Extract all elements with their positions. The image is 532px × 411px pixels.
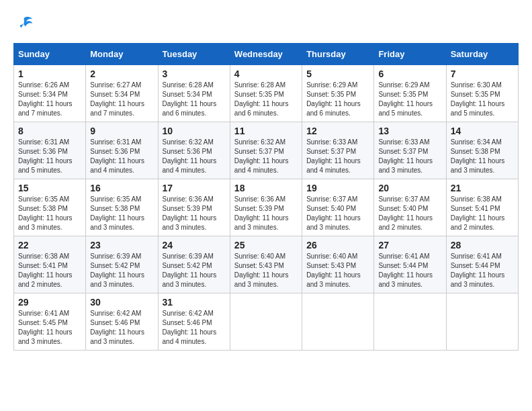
sunrise-label: Sunrise: 6:37 AM [306,195,357,203]
sunset-label: Sunset: 5:35 PM [306,91,356,98]
day-number: 12 [306,126,369,136]
sunset-label: Sunset: 5:41 PM [18,262,68,269]
sunrise-label: Sunrise: 6:41 AM [18,310,69,317]
day-number: 27 [378,240,441,250]
daylight-label: Daylight: 11 hours and 6 minutes. [163,100,217,117]
sunrise-label: Sunrise: 6:28 AM [163,81,214,89]
calendar-cell: 11 Sunrise: 6:32 AM Sunset: 5:37 PM Dayl… [230,122,302,179]
sunset-label: Sunset: 5:36 PM [163,148,212,155]
calendar-cell: 26 Sunrise: 6:40 AM Sunset: 5:43 PM Dayl… [302,236,374,293]
sunrise-label: Sunrise: 6:41 AM [451,253,502,260]
daylight-label: Daylight: 11 hours and 2 minutes. [451,214,505,231]
day-number: 31 [163,297,226,308]
sunset-label: Sunset: 5:40 PM [378,205,428,212]
calendar-cell: 27 Sunrise: 6:41 AM Sunset: 5:44 PM Dayl… [374,236,446,293]
sunrise-label: Sunrise: 6:36 AM [163,195,214,203]
day-info: Sunrise: 6:41 AM Sunset: 5:44 PM Dayligh… [378,252,441,289]
day-info: Sunrise: 6:39 AM Sunset: 5:42 PM Dayligh… [90,252,153,289]
sunset-label: Sunset: 5:39 PM [234,205,284,212]
daylight-label: Daylight: 11 hours and 4 minutes. [90,157,144,174]
day-number: 8 [18,126,81,136]
header [13,13,519,32]
sunrise-label: Sunrise: 6:37 AM [378,195,429,203]
daylight-label: Daylight: 11 hours and 7 minutes. [90,100,144,117]
daylight-label: Daylight: 11 hours and 5 minutes. [451,100,505,117]
col-tuesday: Tuesday [158,44,230,65]
day-number: 4 [234,68,298,79]
day-number: 28 [451,240,514,250]
calendar-cell: 12 Sunrise: 6:33 AM Sunset: 5:37 PM Dayl… [302,122,374,179]
day-info: Sunrise: 6:26 AM Sunset: 5:34 PM Dayligh… [18,81,81,118]
sunrise-label: Sunrise: 6:38 AM [451,195,502,203]
sunrise-label: Sunrise: 6:29 AM [306,81,357,89]
sunset-label: Sunset: 5:44 PM [378,262,428,269]
daylight-label: Daylight: 11 hours and 3 minutes. [234,271,289,288]
calendar-cell: 20 Sunrise: 6:37 AM Sunset: 5:40 PM Dayl… [374,179,446,236]
day-number: 2 [90,68,153,79]
col-wednesday: Wednesday [230,44,302,65]
col-friday: Friday [374,44,446,65]
calendar-cell: 16 Sunrise: 6:35 AM Sunset: 5:38 PM Dayl… [86,179,158,236]
sunrise-label: Sunrise: 6:26 AM [18,81,69,89]
sunrise-label: Sunrise: 6:31 AM [90,138,141,146]
day-number: 22 [18,240,81,250]
day-info: Sunrise: 6:41 AM Sunset: 5:45 PM Dayligh… [18,309,81,347]
sunset-label: Sunset: 5:46 PM [163,319,212,326]
daylight-label: Daylight: 11 hours and 4 minutes. [163,157,217,174]
sunset-label: Sunset: 5:42 PM [90,262,140,269]
calendar-cell: 25 Sunrise: 6:40 AM Sunset: 5:43 PM Dayl… [230,236,302,293]
day-info: Sunrise: 6:38 AM Sunset: 5:41 PM Dayligh… [18,252,81,289]
page-container: Sunday Monday Tuesday Wednesday Thursday… [13,13,519,351]
day-info: Sunrise: 6:28 AM Sunset: 5:35 PM Dayligh… [234,81,298,118]
calendar-week-row: 29 Sunrise: 6:41 AM Sunset: 5:45 PM Dayl… [14,293,519,351]
sunrise-label: Sunrise: 6:33 AM [378,138,429,146]
day-number: 7 [451,68,514,79]
daylight-label: Daylight: 11 hours and 3 minutes. [163,214,217,231]
daylight-label: Daylight: 11 hours and 4 minutes. [306,157,361,174]
sunrise-label: Sunrise: 6:39 AM [90,253,141,260]
calendar-cell: 28 Sunrise: 6:41 AM Sunset: 5:44 PM Dayl… [446,236,518,293]
day-number: 26 [306,240,369,250]
calendar-week-row: 1 Sunrise: 6:26 AM Sunset: 5:34 PM Dayli… [14,65,519,122]
calendar-cell: 1 Sunrise: 6:26 AM Sunset: 5:34 PM Dayli… [14,65,86,122]
day-number: 21 [451,183,514,193]
sunset-label: Sunset: 5:38 PM [90,205,140,212]
daylight-label: Daylight: 11 hours and 3 minutes. [451,271,505,288]
day-number: 11 [234,126,298,136]
daylight-label: Daylight: 11 hours and 3 minutes. [18,328,73,345]
calendar-cell: 17 Sunrise: 6:36 AM Sunset: 5:39 PM Dayl… [158,179,230,236]
calendar-cell [302,293,374,351]
daylight-label: Daylight: 11 hours and 3 minutes. [18,214,73,231]
day-info: Sunrise: 6:38 AM Sunset: 5:41 PM Dayligh… [451,195,514,232]
daylight-label: Daylight: 11 hours and 3 minutes. [163,271,217,288]
sunset-label: Sunset: 5:39 PM [163,205,212,212]
calendar-cell: 22 Sunrise: 6:38 AM Sunset: 5:41 PM Dayl… [14,236,86,293]
calendar-cell [230,293,302,351]
day-info: Sunrise: 6:37 AM Sunset: 5:40 PM Dayligh… [378,195,441,232]
sunset-label: Sunset: 5:37 PM [378,148,428,155]
day-number: 24 [163,240,226,250]
day-info: Sunrise: 6:30 AM Sunset: 5:35 PM Dayligh… [451,81,514,118]
sunrise-label: Sunrise: 6:36 AM [234,195,285,203]
calendar-cell: 15 Sunrise: 6:35 AM Sunset: 5:38 PM Dayl… [14,179,86,236]
calendar-cell: 7 Sunrise: 6:30 AM Sunset: 5:35 PM Dayli… [446,65,518,122]
sunset-label: Sunset: 5:38 PM [451,148,500,155]
daylight-label: Daylight: 11 hours and 3 minutes. [451,157,505,174]
sunset-label: Sunset: 5:37 PM [306,148,356,155]
sunrise-label: Sunrise: 6:41 AM [378,253,429,260]
daylight-label: Daylight: 11 hours and 4 minutes. [234,157,289,174]
day-number: 9 [90,126,153,136]
day-number: 13 [378,126,441,136]
sunrise-label: Sunrise: 6:40 AM [234,253,285,260]
sunrise-label: Sunrise: 6:34 AM [451,138,502,146]
sunset-label: Sunset: 5:43 PM [306,262,356,269]
calendar-cell: 6 Sunrise: 6:29 AM Sunset: 5:35 PM Dayli… [374,65,446,122]
day-info: Sunrise: 6:39 AM Sunset: 5:42 PM Dayligh… [163,252,226,289]
day-info: Sunrise: 6:36 AM Sunset: 5:39 PM Dayligh… [163,195,226,232]
day-number: 19 [306,183,369,193]
day-info: Sunrise: 6:35 AM Sunset: 5:38 PM Dayligh… [90,195,153,232]
calendar-cell: 14 Sunrise: 6:34 AM Sunset: 5:38 PM Dayl… [446,122,518,179]
calendar-cell: 8 Sunrise: 6:31 AM Sunset: 5:36 PM Dayli… [14,122,86,179]
calendar-cell: 5 Sunrise: 6:29 AM Sunset: 5:35 PM Dayli… [302,65,374,122]
calendar-week-row: 8 Sunrise: 6:31 AM Sunset: 5:36 PM Dayli… [14,122,519,179]
